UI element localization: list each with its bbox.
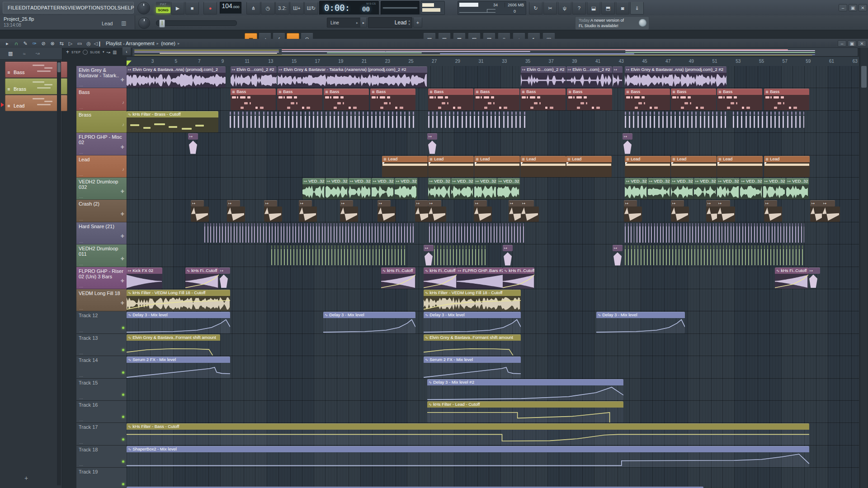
clip-snare[interactable] [204,223,415,244]
clip-ved[interactable]: ↦VED..32 [694,178,717,199]
clip-autoO[interactable]: ∿Elvin Grey & Baxtava..Formant shift amo… [424,334,521,356]
close-icon[interactable]: ✕ [859,4,867,11]
note-icon[interactable]: ♪ [122,100,124,105]
zoom-tool-icon[interactable]: ◎ [84,41,93,47]
slide-toggle-label[interactable]: SLIDE [90,51,100,54]
track-mode-icon[interactable]: ✚ [121,278,124,283]
clip-header[interactable]: ∿Delay 3 - Mix level [424,312,521,318]
clip-header[interactable]: ∿kHs Fi..Cutoff [185,267,219,274]
clip-riser[interactable]: ∿kHs Fi..Cutoff [503,267,534,289]
track-options-dots[interactable]: … [79,485,84,488]
track-mode-icon[interactable]: ✚ [121,211,124,216]
track-header-19[interactable]: Track 19… [76,468,127,488]
vertical-scrollbar[interactable] [860,48,868,488]
clip-autoB[interactable]: ∿Serum 2 FX - Mix level [424,357,521,378]
pattern-prev-button[interactable]: ▸ [360,18,367,28]
track-header-7[interactable]: Crash (2)…✚ [76,200,127,222]
record-arm-led[interactable] [122,394,124,396]
clip-header[interactable]: ↦VED..32 [497,178,520,184]
track-header-11[interactable]: VEDM Long Fill 18…✚ [76,289,127,311]
clip-ved[interactable]: ↦VED..32 [474,178,497,199]
clip-header[interactable]: ↦ [219,267,230,274]
clip-autoB[interactable]: ∿Delay 3 - Mix level [596,312,685,333]
clip-audio[interactable]: ↦ [613,66,623,88]
clip-riser[interactable]: ∿kHs Fi..Cutoff [381,267,415,289]
track-options-dots[interactable]: … [79,150,84,155]
track-lane-5[interactable]: ≣Lead≣Lead≣Lead≣Lead≣Lead≣Lead≣Lead≣Lead… [127,155,859,178]
clip-lead[interactable]: ≣Lead [566,156,612,177]
add-pattern-plus-button[interactable]: + [22,474,31,483]
clip-crash[interactable]: ↦ [340,200,352,221]
playhead-marker[interactable] [127,61,132,66]
clip-header[interactable]: ↦ [764,200,777,206]
sync-icon[interactable]: ↻ [529,2,542,14]
snap-selector[interactable]: Line ▸ [327,18,361,28]
record-arm-led[interactable] [122,327,124,329]
save-icon[interactable]: ⬓ [587,2,600,14]
slide-mode-icon[interactable]: ↝ [107,50,110,55]
clip-crash[interactable]: ↦ [706,200,718,221]
track-header-18[interactable]: Track 18… [76,446,127,468]
clip-bass[interactable]: ≣Bass [764,89,809,110]
clip-blob[interactable]: ↦ [424,245,434,266]
track-header-12[interactable]: Track 12… [76,311,127,333]
clip-autoB[interactable]: ∿ShaperBox2 - Mix level [127,446,809,467]
track-options-dots[interactable]: … [79,194,84,199]
playlist-arrangement-selector[interactable]: (none) [161,41,175,46]
track-options-dots[interactable]: … [79,172,84,177]
picker-scrollbar[interactable] [57,61,61,485]
track-options-dots[interactable]: … [79,83,84,87]
menu-patterns[interactable]: PATTERNS [41,5,68,10]
track-options-dots[interactable]: … [79,351,84,355]
metronome-icon[interactable]: ◷ [261,2,275,14]
clip-v011[interactable] [434,245,487,266]
track-options-dots[interactable]: … [79,217,84,221]
step-toggle-label[interactable]: STEP [71,51,80,54]
delete-tool-icon[interactable]: ⊘ [39,41,48,47]
clip-header[interactable]: ↦ [717,200,730,206]
playlist-maximize-icon[interactable]: ▣ [848,40,856,47]
track-lane-13[interactable]: ∿Elvin Grey & Baxtava..Formant shift amo… [127,334,859,356]
menu-file[interactable]: FILE [8,5,19,10]
clip-header[interactable]: ≣Bass [231,89,276,95]
maximize-icon[interactable]: ▣ [849,4,857,11]
track-lane-6[interactable]: ↦VED..32↦VED..32↦VED..32↦VED..32↦VED..32… [127,178,859,200]
clip-crash[interactable]: ↦ [227,200,239,221]
scroll-back-button[interactable]: ‹ [122,47,131,56]
clip-header[interactable]: ∿kHs Fi..Cutoff [775,267,808,274]
track-header-5[interactable]: Lead…♪ [76,155,127,178]
clip-blob[interactable]: ↦ [613,245,623,266]
clip-header[interactable]: ↦VED..32 [428,178,451,184]
pattern-menu-icon[interactable]: ≣ [7,70,10,75]
typing-to-piano-icon[interactable]: ⋔ [246,2,260,14]
track-header-9[interactable]: VEDH2 Drumloop 011…✚ [76,244,127,267]
clip-header[interactable]: ≣Bass [717,89,762,95]
clip-bass[interactable]: ≣Bass [625,89,670,110]
slice-tool-icon[interactable]: ▷ [66,41,75,47]
clip-header[interactable]: ↦VED..32 [451,178,474,184]
clip-header[interactable]: ↦ [613,245,623,251]
track-lane-12[interactable]: ∿Delay 3 - Mix level∿Delay 3 - Mix level… [127,311,859,333]
clip-header[interactable]: ∿kHs Filter - VEDM Long Fill 18 - Cutoff [127,290,230,296]
clip-bass[interactable]: ≣Bass [231,89,276,110]
clip-ved[interactable]: ↦VED..32 [428,178,451,199]
menu-edit[interactable]: EDIT [19,5,30,10]
cut-icon[interactable]: ✂ [543,2,557,14]
track-header-14[interactable]: Track 14… [76,356,127,378]
track-lane-4[interactable]: ↦↦↦ [127,133,859,155]
clip-lead[interactable]: ≣Lead [520,156,566,177]
clip-header[interactable]: ∿Serum 2 FX - Mix level [424,357,521,363]
track-header-17[interactable]: Track 17… [76,423,127,445]
stop-button[interactable]: ■ [185,2,199,14]
track-mode-icon[interactable]: ✚ [121,234,124,239]
clip-header[interactable]: ↦VED..32 [648,178,670,184]
clip-header[interactable]: ≣Lead [474,156,520,162]
clip-blob[interactable]: ↦ [623,133,632,155]
track-options-dots[interactable]: … [79,462,84,467]
clip-audio[interactable]: ↦FLPRO GHP..Bars #2 [457,267,503,289]
note-icon[interactable]: ♪ [122,167,124,172]
clip-header[interactable]: ∿kHs Filter - Brass - Cutoff [127,111,218,117]
track-mode-icon[interactable]: ✚ [121,256,124,261]
clip-ved[interactable]: ↦VED..32 [497,178,520,199]
clip-header[interactable]: ↦Elvin G...com)_2 #2 [231,66,277,73]
